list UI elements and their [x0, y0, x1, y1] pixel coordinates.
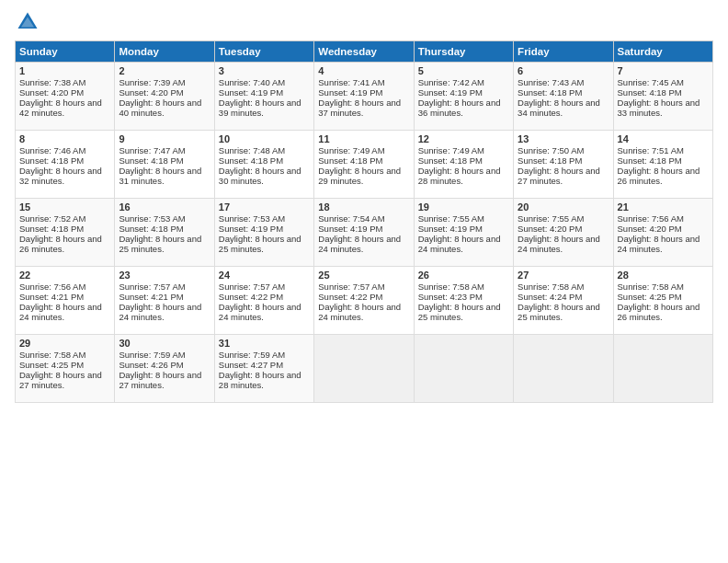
daylight-label: Daylight: 8 hours and 40 minutes.: [119, 98, 201, 118]
day-number: 17: [219, 201, 310, 213]
sunrise-label: Sunrise: 7:55 AM: [418, 213, 484, 224]
day-number: 18: [318, 201, 409, 213]
calendar-cell: 30Sunrise: 7:59 AMSunset: 4:26 PMDayligh…: [115, 335, 214, 403]
daylight-label: Daylight: 8 hours and 25 minutes.: [418, 302, 501, 322]
daylight-label: Daylight: 8 hours and 24 minutes.: [318, 234, 401, 254]
calendar-cell: [314, 335, 414, 403]
day-number: 14: [618, 133, 709, 144]
calendar-week-5: 29Sunrise: 7:58 AMSunset: 4:25 PMDayligh…: [16, 335, 713, 403]
day-number: 8: [19, 133, 110, 144]
daylight-label: Daylight: 8 hours and 30 minutes.: [219, 166, 301, 186]
day-number: 27: [518, 270, 609, 281]
sunset-label: Sunset: 4:22 PM: [318, 292, 382, 302]
sunset-label: Sunset: 4:18 PM: [318, 155, 382, 166]
sunrise-label: Sunrise: 7:50 AM: [518, 145, 584, 155]
calendar-cell: 3Sunrise: 7:40 AMSunset: 4:19 PMDaylight…: [214, 63, 313, 131]
daylight-label: Daylight: 8 hours and 32 minutes.: [19, 166, 102, 186]
daylight-label: Daylight: 8 hours and 29 minutes.: [318, 166, 401, 186]
calendar-cell: 22Sunrise: 7:56 AMSunset: 4:21 PMDayligh…: [16, 267, 115, 335]
daylight-label: Daylight: 8 hours and 26 minutes.: [19, 234, 102, 254]
daylight-label: Daylight: 8 hours and 25 minutes.: [518, 302, 600, 322]
calendar-week-2: 8Sunrise: 7:46 AMSunset: 4:18 PMDaylight…: [16, 131, 713, 199]
sunrise-label: Sunrise: 7:45 AM: [618, 77, 684, 87]
day-number: 9: [119, 133, 210, 144]
calendar-cell: 8Sunrise: 7:46 AMSunset: 4:18 PMDaylight…: [16, 131, 115, 199]
day-number: 7: [618, 65, 709, 76]
calendar-cell: 26Sunrise: 7:58 AMSunset: 4:23 PMDayligh…: [414, 267, 513, 335]
daylight-label: Daylight: 8 hours and 33 minutes.: [618, 98, 700, 118]
calendar-cell: 6Sunrise: 7:43 AMSunset: 4:18 PMDaylight…: [514, 63, 613, 131]
day-number: 3: [219, 65, 310, 76]
calendar-cell: 7Sunrise: 7:45 AMSunset: 4:18 PMDaylight…: [613, 63, 712, 131]
day-number: 10: [219, 133, 310, 144]
header-cell-thursday: Thursday: [414, 41, 513, 63]
calendar-cell: 5Sunrise: 7:42 AMSunset: 4:19 PMDaylight…: [414, 63, 513, 131]
calendar-cell: 4Sunrise: 7:41 AMSunset: 4:19 PMDaylight…: [314, 63, 414, 131]
calendar-cell: 19Sunrise: 7:55 AMSunset: 4:19 PMDayligh…: [414, 199, 513, 267]
sunset-label: Sunset: 4:20 PM: [618, 224, 682, 234]
calendar-cell: 21Sunrise: 7:56 AMSunset: 4:20 PMDayligh…: [613, 199, 712, 267]
calendar-cell: 27Sunrise: 7:58 AMSunset: 4:24 PMDayligh…: [514, 267, 613, 335]
sunrise-label: Sunrise: 7:40 AM: [219, 77, 285, 87]
sunset-label: Sunset: 4:26 PM: [119, 360, 183, 370]
day-number: 1: [19, 65, 110, 76]
day-number: 31: [219, 338, 310, 349]
sunset-label: Sunset: 4:21 PM: [119, 292, 183, 302]
calendar-week-3: 15Sunrise: 7:52 AMSunset: 4:18 PMDayligh…: [16, 199, 713, 267]
sunset-label: Sunset: 4:20 PM: [19, 87, 84, 98]
sunrise-label: Sunrise: 7:48 AM: [219, 145, 285, 155]
day-number: 12: [418, 133, 509, 144]
header-cell-wednesday: Wednesday: [314, 41, 414, 63]
day-number: 22: [19, 270, 110, 281]
daylight-label: Daylight: 8 hours and 26 minutes.: [618, 166, 700, 186]
sunset-label: Sunset: 4:18 PM: [618, 87, 682, 98]
sunset-label: Sunset: 4:21 PM: [19, 292, 84, 302]
daylight-label: Daylight: 8 hours and 24 minutes.: [119, 302, 201, 322]
calendar-cell: 9Sunrise: 7:47 AMSunset: 4:18 PMDaylight…: [115, 131, 214, 199]
calendar-cell: 20Sunrise: 7:55 AMSunset: 4:20 PMDayligh…: [514, 199, 613, 267]
header-cell-saturday: Saturday: [613, 41, 712, 63]
sunset-label: Sunset: 4:23 PM: [418, 292, 483, 302]
day-number: 16: [119, 201, 210, 213]
calendar-cell: 29Sunrise: 7:58 AMSunset: 4:25 PMDayligh…: [16, 335, 115, 403]
calendar-cell: 23Sunrise: 7:57 AMSunset: 4:21 PMDayligh…: [115, 267, 214, 335]
daylight-label: Daylight: 8 hours and 26 minutes.: [618, 302, 700, 322]
day-number: 26: [418, 270, 509, 281]
sunrise-label: Sunrise: 7:55 AM: [518, 213, 584, 224]
calendar-cell: 24Sunrise: 7:57 AMSunset: 4:22 PMDayligh…: [214, 267, 313, 335]
calendar-cell: 16Sunrise: 7:53 AMSunset: 4:18 PMDayligh…: [115, 199, 214, 267]
logo: [15, 9, 44, 35]
day-number: 28: [618, 270, 709, 281]
sunrise-label: Sunrise: 7:57 AM: [219, 282, 285, 292]
sunrise-label: Sunrise: 7:56 AM: [19, 282, 85, 292]
daylight-label: Daylight: 8 hours and 42 minutes.: [19, 98, 102, 118]
daylight-label: Daylight: 8 hours and 25 minutes.: [119, 234, 201, 254]
logo-icon: [15, 9, 40, 35]
day-number: 20: [518, 201, 609, 213]
sunrise-label: Sunrise: 7:46 AM: [19, 145, 85, 155]
day-number: 23: [119, 270, 210, 281]
daylight-label: Daylight: 8 hours and 37 minutes.: [318, 98, 401, 118]
daylight-label: Daylight: 8 hours and 24 minutes.: [618, 234, 700, 254]
calendar-cell: 10Sunrise: 7:48 AMSunset: 4:18 PMDayligh…: [214, 131, 313, 199]
day-number: 25: [318, 270, 409, 281]
sunset-label: Sunset: 4:18 PM: [518, 155, 582, 166]
calendar-body: 1Sunrise: 7:38 AMSunset: 4:20 PMDaylight…: [16, 63, 713, 403]
calendar-cell: 18Sunrise: 7:54 AMSunset: 4:19 PMDayligh…: [314, 199, 414, 267]
sunset-label: Sunset: 4:19 PM: [418, 224, 483, 234]
sunrise-label: Sunrise: 7:53 AM: [119, 213, 185, 224]
daylight-label: Daylight: 8 hours and 28 minutes.: [219, 370, 301, 390]
calendar-cell: 31Sunrise: 7:59 AMSunset: 4:27 PMDayligh…: [214, 335, 313, 403]
day-number: 4: [318, 65, 409, 76]
calendar-week-4: 22Sunrise: 7:56 AMSunset: 4:21 PMDayligh…: [16, 267, 713, 335]
sunrise-label: Sunrise: 7:58 AM: [518, 282, 584, 292]
header-cell-sunday: Sunday: [16, 41, 115, 63]
calendar-cell: 17Sunrise: 7:53 AMSunset: 4:19 PMDayligh…: [214, 199, 313, 267]
calendar-cell: 13Sunrise: 7:50 AMSunset: 4:18 PMDayligh…: [514, 131, 613, 199]
calendar-cell: 2Sunrise: 7:39 AMSunset: 4:20 PMDaylight…: [115, 63, 214, 131]
calendar-cell: 15Sunrise: 7:52 AMSunset: 4:18 PMDayligh…: [16, 199, 115, 267]
sunset-label: Sunset: 4:25 PM: [19, 360, 84, 370]
calendar-week-1: 1Sunrise: 7:38 AMSunset: 4:20 PMDaylight…: [16, 63, 713, 131]
sunset-label: Sunset: 4:19 PM: [219, 224, 283, 234]
daylight-label: Daylight: 8 hours and 24 minutes.: [19, 302, 102, 322]
